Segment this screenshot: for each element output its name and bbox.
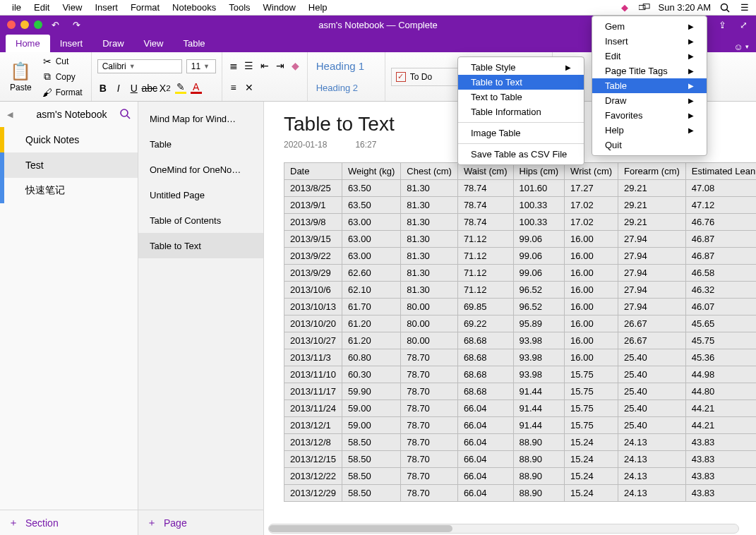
table-cell[interactable]: 59.90: [342, 383, 401, 400]
fullscreen-icon[interactable]: ⤢: [738, 19, 749, 30]
cut-button[interactable]: ✂Cut: [39, 54, 85, 68]
table-header-cell[interactable]: Forearm (cm): [618, 163, 686, 180]
table-cell[interactable]: 2013/10/20: [284, 315, 342, 332]
table-cell[interactable]: 61.20: [342, 315, 401, 332]
indent-button[interactable]: ⇥: [275, 60, 286, 71]
table-cell[interactable]: 2013/9/29: [284, 265, 342, 282]
page-item[interactable]: Mind Map for Wind…: [138, 106, 263, 131]
menu-item[interactable]: Edit▶: [592, 49, 707, 64]
table-cell[interactable]: 80.00: [401, 332, 458, 349]
bold-button[interactable]: B: [97, 83, 109, 94]
table-cell[interactable]: 27.94: [618, 231, 686, 248]
menu-item[interactable]: Gem▶: [592, 19, 707, 34]
tab-home[interactable]: Home: [6, 35, 50, 52]
displays-icon[interactable]: [639, 2, 650, 13]
subscript-button[interactable]: X2: [160, 83, 171, 94]
mac-menu-item[interactable]: Window: [257, 2, 302, 13]
table-cell[interactable]: 100.33: [513, 197, 565, 214]
table-cell[interactable]: 78.70: [401, 485, 458, 502]
page-item[interactable]: OneMind for OneNo…: [138, 157, 263, 182]
table-cell[interactable]: 68.68: [457, 383, 513, 400]
table-cell[interactable]: 43.83: [685, 485, 756, 502]
font-size-combo[interactable]: 11▼: [186, 59, 216, 73]
table-cell[interactable]: 78.74: [457, 197, 513, 214]
mac-menu-item[interactable]: Insert: [88, 2, 124, 13]
table-cell[interactable]: 2013/12/15: [284, 451, 342, 468]
table-cell[interactable]: 100.33: [513, 214, 565, 231]
table-row[interactable]: 2013/12/159.0078.7066.0491.4415.7525.404…: [284, 417, 757, 434]
table-header-cell[interactable]: Hips (cm): [513, 163, 565, 180]
menu-item[interactable]: Image Table: [458, 126, 584, 140]
menu-item[interactable]: Table▶: [592, 78, 707, 93]
table-cell[interactable]: 46.87: [685, 231, 756, 248]
table-cell[interactable]: 2013/10/6: [284, 282, 342, 299]
table-row[interactable]: 2013/12/1558.5078.7066.0488.9015.2424.13…: [284, 451, 757, 468]
table-cell[interactable]: 68.68: [457, 332, 513, 349]
table-cell[interactable]: 59.00: [342, 417, 401, 434]
table-cell[interactable]: 58.50: [342, 434, 401, 451]
menu-item[interactable]: Insert▶: [592, 34, 707, 49]
table-cell[interactable]: 66.04: [457, 468, 513, 485]
outdent-button[interactable]: ⇤: [259, 60, 270, 71]
table-cell[interactable]: 44.21: [685, 417, 756, 434]
table-cell[interactable]: 24.13: [618, 468, 686, 485]
close-window-button[interactable]: [7, 20, 16, 29]
table-row[interactable]: 2013/9/163.5081.3078.74100.3317.0229.214…: [284, 197, 757, 214]
table-row[interactable]: 2013/10/2761.2080.0068.6893.9816.0026.67…: [284, 332, 757, 349]
table-cell[interactable]: 15.24: [565, 485, 618, 502]
table-cell[interactable]: 60.30: [342, 366, 401, 383]
table-row[interactable]: 2013/12/2258.5078.7066.0488.9015.2424.13…: [284, 468, 757, 485]
table-cell[interactable]: 16.00: [565, 282, 618, 299]
menu-item[interactable]: Table to Text: [458, 75, 584, 90]
font-color-button[interactable]: A: [191, 83, 202, 94]
table-row[interactable]: 2013/9/1563.0081.3071.1299.0616.0027.944…: [284, 231, 757, 248]
table-cell[interactable]: 81.30: [401, 197, 458, 214]
table-cell[interactable]: 71.12: [457, 231, 513, 248]
smiley-icon[interactable]: ☺: [733, 41, 744, 52]
tab-view[interactable]: View: [134, 35, 174, 52]
table-cell[interactable]: 58.50: [342, 468, 401, 485]
table-cell[interactable]: 25.40: [618, 417, 686, 434]
table-cell[interactable]: 24.13: [618, 434, 686, 451]
numbering-button[interactable]: ☰: [244, 60, 255, 71]
table-cell[interactable]: 68.68: [457, 366, 513, 383]
table-cell[interactable]: 2013/11/3: [284, 349, 342, 366]
table-cell[interactable]: 17.02: [565, 197, 618, 214]
table-cell[interactable]: 93.98: [513, 332, 565, 349]
clock[interactable]: Sun 3:20 AM: [659, 2, 711, 13]
add-page-button[interactable]: ＋ Page: [138, 510, 263, 535]
table-cell[interactable]: 24.13: [618, 451, 686, 468]
table-cell[interactable]: 46.76: [685, 214, 756, 231]
table-cell[interactable]: 99.06: [513, 231, 565, 248]
table-cell[interactable]: 15.75: [565, 383, 618, 400]
table-cell[interactable]: 80.00: [401, 299, 458, 315]
delete-button[interactable]: ✕: [244, 82, 255, 93]
table-header-cell[interactable]: Estimated Lean: [685, 163, 756, 180]
table-cell[interactable]: 81.30: [401, 265, 458, 282]
clear-format-button[interactable]: ◆: [290, 60, 301, 71]
table-cell[interactable]: 44.80: [685, 383, 756, 400]
search-icon[interactable]: [119, 108, 131, 121]
table-cell[interactable]: 43.83: [685, 434, 756, 451]
table-cell[interactable]: 2013/12/8: [284, 434, 342, 451]
menu-item[interactable]: Quit: [592, 138, 707, 152]
table-cell[interactable]: 99.06: [513, 248, 565, 265]
table-cell[interactable]: 46.07: [685, 299, 756, 315]
table-cell[interactable]: 26.67: [618, 315, 686, 332]
table-cell[interactable]: 66.04: [457, 400, 513, 417]
table-cell[interactable]: 15.24: [565, 468, 618, 485]
undo-icon[interactable]: ↶: [49, 19, 61, 30]
table-cell[interactable]: 78.70: [401, 349, 458, 366]
menu-list-icon[interactable]: ☰: [739, 2, 750, 13]
table-row[interactable]: 2013/11/1759.9078.7068.6891.4415.7525.40…: [284, 383, 757, 400]
section-item[interactable]: 快速笔记: [0, 178, 138, 203]
table-cell[interactable]: 15.24: [565, 451, 618, 468]
underline-button[interactable]: U: [128, 83, 140, 94]
table-row[interactable]: 2013/8/2563.5081.3078.74101.6017.2729.21…: [284, 180, 757, 197]
strikethrough-button[interactable]: abc: [144, 83, 155, 94]
table-cell[interactable]: 91.44: [513, 400, 565, 417]
align-button[interactable]: ≡: [228, 82, 239, 93]
table-cell[interactable]: 16.00: [565, 231, 618, 248]
table-cell[interactable]: 88.90: [513, 434, 565, 451]
table-cell[interactable]: 16.00: [565, 332, 618, 349]
